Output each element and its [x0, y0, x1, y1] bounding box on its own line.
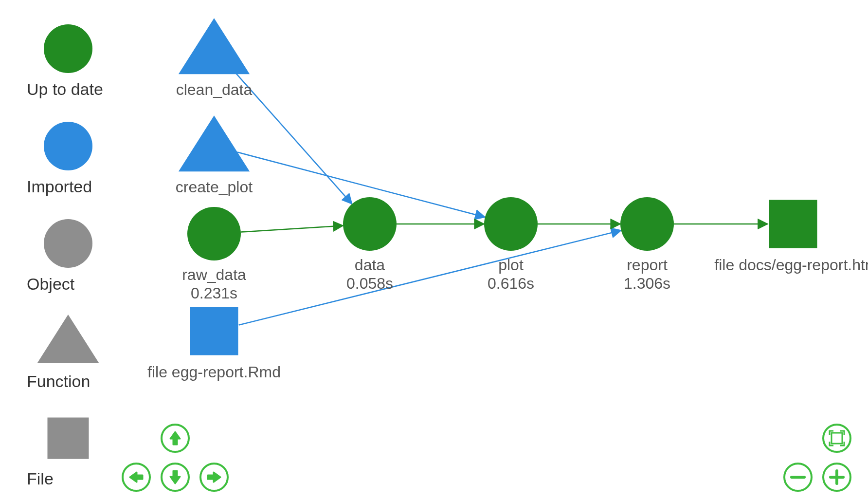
pan-right-button[interactable] [200, 464, 228, 491]
dependency-graph-canvas[interactable]: Up to dateImportedObjectFunctionFile cle… [0, 0, 868, 502]
node-clean_data[interactable]: clean_data [176, 18, 253, 98]
node-data-circle-icon [343, 197, 397, 251]
legend-item-object: Object [27, 219, 92, 293]
node-out_file-square-icon [769, 200, 817, 248]
graph-nodes: clean_datacreate_plotraw_data0.231sfile … [147, 18, 868, 381]
legend-function-triangle-icon [37, 315, 99, 363]
node-plot-time-label: 0.616s [488, 275, 534, 292]
zoom-fit-button[interactable] [823, 425, 850, 452]
node-raw_data[interactable]: raw_data0.231s [182, 207, 246, 302]
pan-down-button[interactable] [162, 464, 189, 491]
node-plot[interactable]: plot0.616s [484, 197, 538, 292]
legend-imported-label: Imported [27, 177, 92, 196]
zoom-in-button[interactable] [823, 464, 850, 491]
pan-up-button[interactable] [162, 425, 189, 452]
svg-point-5 [823, 425, 850, 452]
node-rmd_file[interactable]: file egg-report.Rmd [147, 307, 281, 381]
node-create_plot-triangle-icon [179, 115, 250, 171]
node-data[interactable]: data0.058s [343, 197, 397, 292]
node-raw_data-time-label: 0.231s [191, 284, 237, 302]
legend-item-file: File [27, 418, 89, 488]
pan-left-button[interactable] [123, 464, 150, 491]
legend-item-function: Function [27, 315, 99, 390]
node-rmd_file-label: file egg-report.Rmd [147, 363, 281, 381]
arrow-left-icon [130, 472, 143, 482]
arrow-right-icon [208, 472, 220, 482]
legend-up_to_date-circle-icon [44, 24, 92, 73]
legend: Up to dateImportedObjectFunctionFile [27, 24, 103, 488]
legend-imported-circle-icon [44, 122, 92, 170]
edge-raw_data-to-data [241, 225, 343, 232]
node-report[interactable]: report1.306s [620, 197, 674, 292]
arrow-down-icon [170, 471, 180, 483]
node-raw_data-circle-icon [187, 207, 241, 260]
node-plot-circle-icon [484, 197, 538, 251]
legend-item-up_to_date: Up to date [27, 24, 103, 98]
node-clean_data-label: clean_data [176, 81, 253, 98]
node-raw_data-label: raw_data [182, 266, 246, 283]
node-clean_data-triangle-icon [179, 18, 250, 74]
zoom-out-button[interactable] [784, 464, 812, 491]
arrow-up-icon [170, 432, 180, 445]
navigation-controls [123, 425, 850, 491]
node-rmd_file-square-icon [190, 307, 238, 355]
node-report-time-label: 1.306s [624, 275, 670, 292]
legend-file-square-icon [48, 418, 89, 459]
node-create_plot-label: create_plot [176, 178, 253, 196]
legend-object-circle-icon [44, 219, 92, 268]
zoom-fit-icon [832, 433, 842, 444]
legend-item-imported: Imported [27, 122, 92, 196]
node-out_file-label: file docs/egg-report.html [714, 256, 868, 274]
node-report-label: report [627, 256, 668, 274]
edge-rmd_file-to-report [239, 230, 621, 325]
node-out_file[interactable]: file docs/egg-report.html [714, 200, 868, 274]
legend-function-label: Function [27, 372, 90, 390]
node-data-time-label: 0.058s [346, 275, 393, 292]
node-report-circle-icon [620, 197, 674, 251]
legend-file-label: File [27, 469, 54, 488]
node-create_plot[interactable]: create_plot [176, 115, 253, 196]
node-plot-label: plot [498, 256, 524, 274]
legend-object-label: Object [27, 275, 75, 293]
legend-up_to_date-label: Up to date [27, 80, 103, 98]
node-data-label: data [355, 256, 385, 274]
